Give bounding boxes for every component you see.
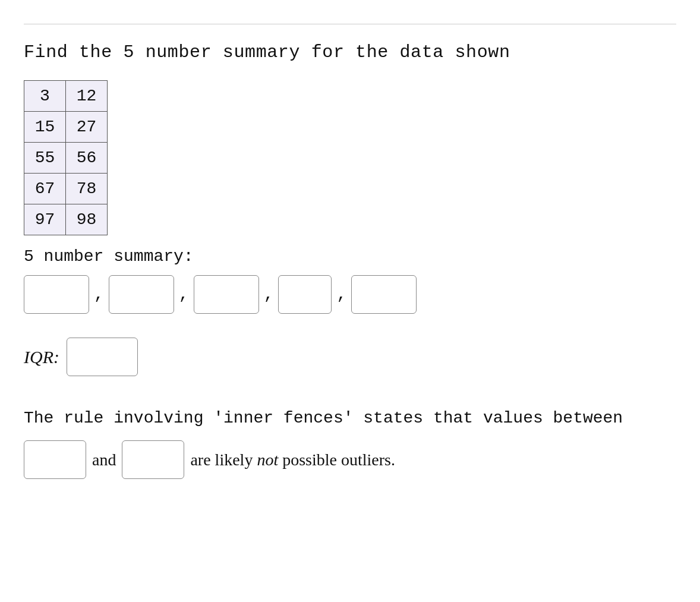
iqr-row: IQR: (24, 338, 676, 376)
summary-label: 5 number summary: (24, 247, 676, 266)
comma-4: , (336, 285, 346, 304)
summary-input-3[interactable] (194, 275, 259, 314)
fence-text: The rule involving 'inner fences' states… (24, 406, 676, 431)
and-word: and (92, 450, 116, 469)
table-cell-row4-col2: 98 (66, 204, 108, 235)
table-cell-row1-col2: 27 (66, 112, 108, 143)
summary-input-4[interactable] (278, 275, 332, 314)
table-cell-row3-col1: 67 (24, 174, 66, 204)
table-cell-row2-col1: 55 (24, 143, 66, 174)
summary-input-2[interactable] (109, 275, 174, 314)
table-cell-row4-col1: 97 (24, 204, 66, 235)
comma-3: , (264, 285, 274, 304)
table-cell-row1-col1: 15 (24, 112, 66, 143)
iqr-label: IQR: (24, 347, 59, 367)
data-table: 3121527555667789798 (24, 80, 108, 235)
fence-input-lower[interactable] (24, 440, 86, 479)
comma-2: , (179, 285, 189, 304)
summary-inputs-row: , , , , (24, 275, 676, 314)
comma-1: , (94, 285, 104, 304)
fence-end-text: are likely not possible outliers. (190, 450, 395, 469)
fence-input-upper[interactable] (122, 440, 184, 479)
summary-input-5[interactable] (351, 275, 417, 314)
top-divider (24, 24, 676, 24)
table-cell-row0-col1: 3 (24, 81, 66, 112)
table-cell-row2-col2: 56 (66, 143, 108, 174)
question-title: Find the 5 number summary for the data s… (24, 42, 676, 62)
fence-row: and are likely not possible outliers. (24, 440, 676, 479)
iqr-input[interactable] (67, 338, 138, 376)
summary-input-1[interactable] (24, 275, 89, 314)
table-cell-row3-col2: 78 (66, 174, 108, 204)
table-cell-row0-col2: 12 (66, 81, 108, 112)
